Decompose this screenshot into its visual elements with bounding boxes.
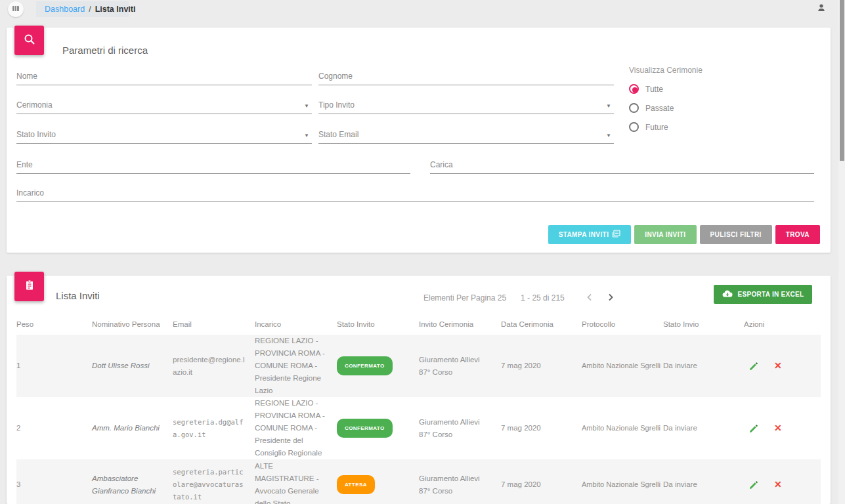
cerimonia-select[interactable]: Cerimonia▼ [16, 97, 312, 114]
edit-button[interactable] [749, 424, 758, 433]
user-menu-button[interactable] [815, 3, 827, 15]
cell-protocollo: Ambito Nazionale Sgrelli [582, 478, 663, 491]
visualizza-cerimonie-label: Visualizza Cerimonie [629, 66, 703, 75]
status-badge: CONFERMATO [337, 419, 393, 438]
incarico-field-label: Incarico [16, 188, 44, 198]
cell-azioni: ✕ [744, 360, 821, 372]
cell-azioni: ✕ [744, 422, 821, 434]
cell-incarico: REGIONE LAZIO - PROVINCIA ROMA - COMUNE … [255, 335, 337, 397]
cell-protocollo: Ambito Nazionale Sgrelli [582, 360, 663, 372]
cell-email: segreteria.dg@alfa.gov.it [173, 416, 255, 441]
radio-passate[interactable]: Passate [629, 103, 703, 113]
col-email: Email [173, 318, 255, 331]
col-data-cerimonia: Data Cerimonia [501, 318, 582, 331]
cell-stato-invito: CONFERMATO [337, 356, 419, 375]
search-card-icon [14, 26, 44, 55]
cell-peso: 2 [16, 422, 92, 434]
table-header-row: Peso Nominativo Persona Email Incarico S… [16, 314, 821, 335]
cloud-download-icon [722, 290, 733, 299]
cognome-field[interactable]: Cognome [318, 68, 614, 85]
delete-button[interactable]: ✕ [774, 360, 782, 372]
cell-nominativo: Dott Ulisse Rossi [92, 360, 173, 372]
list-card-icon [14, 272, 44, 301]
col-nominativo: Nominativo Persona [92, 318, 173, 331]
next-page-button[interactable] [603, 290, 618, 306]
nome-field[interactable]: Nome [16, 68, 312, 85]
cell-stato-invio: Da inviare [663, 360, 744, 372]
pulisci-filtri-label: PULISCI FILTRI [710, 231, 762, 238]
status-badge: CONFERMATO [337, 356, 393, 375]
list-card-header: Lista Inviti Elementi Per Pagina 25 1 - … [7, 276, 831, 314]
radio-icon [629, 103, 639, 113]
delete-button[interactable]: ✕ [774, 422, 782, 434]
inviti-table: Peso Nominativo Persona Email Incarico S… [16, 314, 821, 504]
prev-page-button[interactable] [582, 290, 597, 306]
cell-stato-invio: Da inviare [663, 478, 744, 491]
radio-icon [629, 122, 639, 132]
search-actions: STAMPA INVITI INVIA INVITI PULISCI FILTR… [548, 225, 820, 244]
esporta-excel-label: ESPORTA IN EXCEL [738, 291, 804, 298]
stampa-inviti-button[interactable]: STAMPA INVITI [548, 225, 632, 244]
col-peso: Peso [16, 318, 92, 331]
cell-email: presidente@regione.lazio.it [173, 354, 255, 379]
stato-email-select-label: Stato Email [318, 130, 358, 139]
tipo-invito-select[interactable]: Tipo Invito▼ [318, 97, 614, 114]
stato-email-select[interactable]: Stato Email▼ [318, 127, 614, 144]
table-row[interactable]: 1 Dott Ulisse Rossi presidente@regione.l… [16, 335, 821, 397]
clipboard-icon [24, 280, 35, 294]
menu-button[interactable] [8, 1, 24, 17]
scrollbar-thumb[interactable] [840, 0, 844, 161]
cell-nominativo: Ambasciatore Gianfranco Bianchi [92, 472, 173, 497]
esporta-excel-button[interactable]: ESPORTA IN EXCEL [714, 285, 812, 304]
chevron-down-icon: ▼ [304, 103, 309, 109]
cell-peso: 3 [16, 478, 92, 491]
chevron-down-icon: ▼ [304, 133, 309, 138]
cell-stato-invito: CONFERMATO [337, 419, 419, 438]
cell-peso: 1 [16, 360, 92, 372]
pulisci-filtri-button[interactable]: PULISCI FILTRI [700, 225, 772, 244]
breadcrumb-separator: / [89, 5, 91, 14]
table-row[interactable]: 3 Ambasciatore Gianfranco Bianchi segret… [16, 459, 821, 504]
table-row[interactable]: 2 Amm. Mario Bianchi segreteria.dg@alfa.… [16, 397, 821, 459]
cell-data-cerimonia: 7 mag 2020 [501, 360, 582, 372]
ente-field-label: Ente [16, 160, 33, 169]
carica-field[interactable]: Carica [430, 157, 814, 174]
edit-button[interactable] [749, 480, 758, 490]
cell-invito-cerimonia: Giuramento Allievi 87° Corso [419, 416, 501, 441]
radio-future-label: Future [645, 123, 668, 132]
menu-icon [12, 5, 20, 14]
scrollbar-track[interactable] [838, 0, 845, 504]
col-invito-cerimonia: Invito Cerimonia [419, 318, 501, 331]
search-icon [23, 33, 36, 49]
chevron-left-icon [586, 293, 593, 303]
search-card: Parametri di ricerca Nome Cognome Cerimo… [7, 28, 831, 253]
cell-invito-cerimonia: Giuramento Allievi 87° Corso [419, 354, 501, 379]
ente-field[interactable]: Ente [16, 157, 410, 174]
trova-button[interactable]: TROVA [775, 225, 820, 244]
search-card-title: Parametri di ricerca [62, 45, 148, 56]
carica-field-label: Carica [430, 160, 453, 169]
nome-field-label: Nome [16, 72, 37, 81]
person-icon [817, 3, 826, 15]
delete-button[interactable]: ✕ [774, 478, 782, 491]
radio-future[interactable]: Future [629, 122, 703, 132]
stato-invito-select[interactable]: Stato Invito▼ [16, 127, 312, 144]
cell-nominativo: Amm. Mario Bianchi [92, 422, 173, 434]
cell-data-cerimonia: 7 mag 2020 [501, 478, 582, 491]
cell-data-cerimonia: 7 mag 2020 [501, 422, 582, 434]
cell-stato-invio: Da inviare [663, 422, 744, 434]
incarico-field[interactable]: Incarico [16, 185, 814, 202]
visualizza-cerimonie-group: Visualizza Cerimonie Tutte Passate Futur… [629, 66, 703, 132]
stato-invito-select-label: Stato Invito [16, 130, 56, 139]
topbar: Dashboard / Lista Inviti [0, 0, 845, 18]
per-page-label[interactable]: Elementi Per Pagina 25 [423, 293, 506, 303]
radio-tutte[interactable]: Tutte [629, 84, 703, 94]
edit-button[interactable] [749, 362, 758, 371]
invia-inviti-button[interactable]: INVIA INVITI [634, 225, 696, 244]
breadcrumb-dashboard-link[interactable]: Dashboard [45, 5, 85, 14]
pagination: Elementi Per Pagina 25 1 - 25 di 215 [423, 290, 618, 306]
cell-incarico: ALTE MAGISTRATURE - Avvocato Generale de… [255, 460, 337, 504]
col-protocollo: Protocollo [582, 318, 663, 331]
list-card-title: Lista Inviti [56, 290, 100, 301]
col-azioni: Azioni [744, 318, 821, 331]
